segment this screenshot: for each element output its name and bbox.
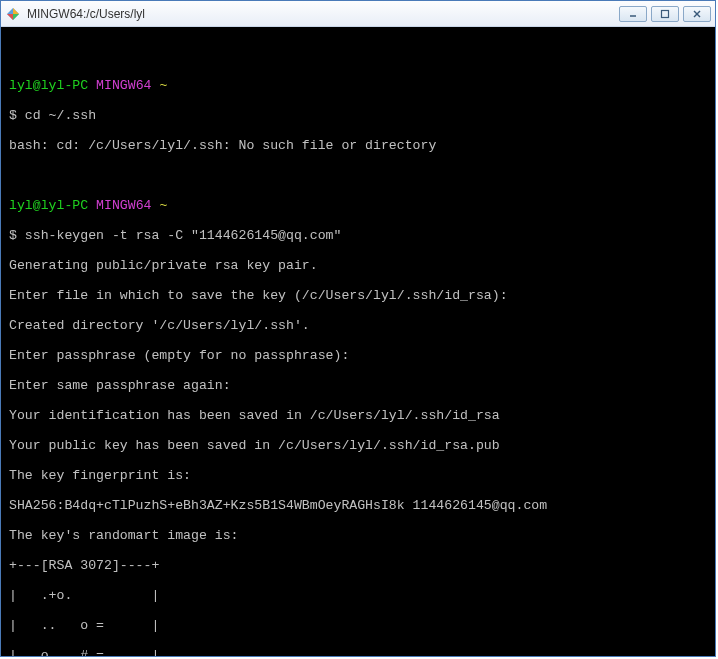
- userhost: lyl@lyl-PC: [9, 78, 88, 93]
- output-line: The key fingerprint is:: [9, 468, 707, 483]
- minimize-button[interactable]: [619, 6, 647, 22]
- env: MINGW64: [96, 198, 151, 213]
- prompt-line: lyl@lyl-PC MINGW64 ~: [9, 78, 707, 93]
- terminal-line: [9, 48, 707, 63]
- maximize-button[interactable]: [651, 6, 679, 22]
- titlebar[interactable]: MINGW64:/c/Users/lyl: [1, 1, 715, 27]
- output-line: Created directory '/c/Users/lyl/.ssh'.: [9, 318, 707, 333]
- output-line: Your public key has been saved in /c/Use…: [9, 438, 707, 453]
- output-line: Your identification has been saved in /c…: [9, 408, 707, 423]
- output-line: Enter same passphrase again:: [9, 378, 707, 393]
- svg-marker-2: [13, 14, 19, 20]
- output-line: Generating public/private rsa key pair.: [9, 258, 707, 273]
- prompt-line: lyl@lyl-PC MINGW64 ~: [9, 198, 707, 213]
- output-line: Enter file in which to save the key (/c/…: [9, 288, 707, 303]
- user-command: ssh-keygen -t rsa -C "1144626145@qq.com": [25, 228, 342, 243]
- cwd: ~: [159, 78, 167, 93]
- terminal-window: MINGW64:/c/Users/lyl lyl@lyl-PC MINGW64 …: [0, 0, 716, 657]
- randomart-line: | . o # = |: [9, 648, 707, 656]
- prompt-symbol: $: [9, 108, 17, 123]
- command-line: $ ssh-keygen -t rsa -C "1144626145@qq.co…: [9, 228, 707, 243]
- blank-line: [9, 168, 707, 183]
- svg-marker-3: [7, 14, 13, 20]
- app-icon: [5, 6, 21, 22]
- randomart-line: | .. o = |: [9, 618, 707, 633]
- randomart-line: +---[RSA 3072]----+: [9, 558, 707, 573]
- output-line: SHA256:B4dq+cTlPuzhS+eBh3AZ+Kzs5B1S4WBmO…: [9, 498, 707, 513]
- output-line: Enter passphrase (empty for no passphras…: [9, 348, 707, 363]
- randomart-line: | .+o. |: [9, 588, 707, 603]
- prompt-symbol: $: [9, 228, 17, 243]
- command-line: $ cd ~/.ssh: [9, 108, 707, 123]
- user-command: cd ~/.ssh: [25, 108, 96, 123]
- close-button[interactable]: [683, 6, 711, 22]
- output-line: bash: cd: /c/Users/lyl/.ssh: No such fil…: [9, 138, 707, 153]
- env: MINGW64: [96, 78, 151, 93]
- svg-rect-5: [662, 10, 669, 17]
- window-controls: [619, 6, 711, 22]
- userhost: lyl@lyl-PC: [9, 198, 88, 213]
- window-title: MINGW64:/c/Users/lyl: [27, 7, 619, 21]
- terminal-body[interactable]: lyl@lyl-PC MINGW64 ~ $ cd ~/.ssh bash: c…: [1, 27, 715, 656]
- output-line: The key's randomart image is:: [9, 528, 707, 543]
- svg-marker-1: [13, 8, 19, 14]
- cwd: ~: [159, 198, 167, 213]
